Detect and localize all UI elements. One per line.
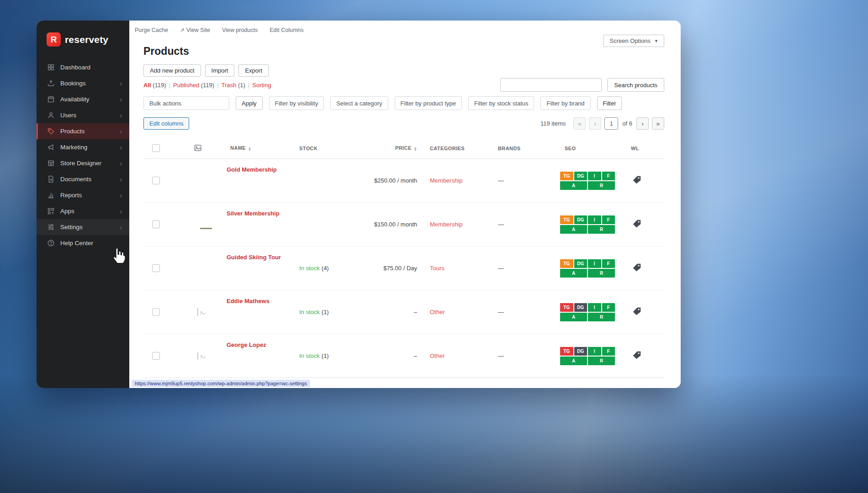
filter-stock-status-select[interactable]: Filter by stock status (468, 96, 534, 110)
chevron-down-icon: ▼ (654, 39, 658, 43)
select-all-checkbox[interactable] (152, 144, 160, 152)
product-name-link[interactable]: Silver Membership (227, 210, 280, 217)
sidebar-item-settings[interactable]: Settings› (37, 219, 129, 235)
name-column-header[interactable]: NAME▲▼ (227, 145, 299, 151)
filter-visibility-select[interactable]: Filter by visibility (269, 96, 324, 110)
chevron-right-icon: › (120, 80, 122, 87)
filter-category-select[interactable]: Select a category (330, 96, 388, 110)
category-cell: Membership (421, 177, 491, 184)
prev-page-button[interactable]: ‹ (589, 117, 601, 130)
view-site-link[interactable]: ↗View Site (180, 27, 210, 33)
edit-columns-topbar-link[interactable]: Edit Columns (270, 27, 303, 33)
sidebar-item-label: Dashboard (60, 64, 90, 71)
sidebar: R reservety Dashboard› Bookings› Availab… (37, 21, 129, 388)
view-sorting-link[interactable]: Sorting (252, 82, 271, 89)
sidebar-item-reports[interactable]: Reports› (37, 187, 129, 203)
wishlist-tag-icon[interactable] (632, 350, 642, 362)
stock-cell: In stock(1) (299, 352, 372, 359)
sidebar-item-products[interactable]: Products› (37, 123, 129, 139)
reservety-logo[interactable]: R reservety (37, 21, 129, 47)
add-new-product-button[interactable]: Add new product (143, 64, 201, 77)
wl-cell (626, 219, 664, 230)
purge-cache-link[interactable]: Purge Cache (135, 27, 168, 33)
next-page-button[interactable]: › (636, 117, 649, 130)
wishlist-tag-icon[interactable] (632, 219, 642, 230)
product-thumbnail[interactable] (197, 308, 198, 316)
filter-brand-select[interactable]: Filter by brand (540, 96, 590, 110)
product-category-link[interactable]: Tours (421, 265, 445, 272)
sidebar-item-users[interactable]: Users› (37, 107, 129, 123)
name-cell: George Lopez (227, 334, 299, 378)
view-all-link[interactable]: All (143, 82, 151, 89)
sidebar-item-dashboard[interactable]: Dashboard› (37, 59, 129, 75)
calendar-icon (47, 95, 55, 103)
image-placeholder-icon (200, 310, 206, 315)
price-column-header[interactable]: PRICE▲▼ (372, 145, 421, 151)
sidebar-item-store-designer[interactable]: Store Designer› (37, 155, 129, 171)
search-products-button[interactable]: Search products (607, 78, 664, 92)
row-checkbox[interactable] (152, 264, 160, 272)
bulk-actions-select[interactable]: Bulk actions (143, 96, 229, 110)
import-button[interactable]: Import (205, 64, 235, 77)
screen-options-button[interactable]: Screen Options ▼ (603, 35, 664, 47)
product-actions: Add new product Import Export (143, 64, 664, 77)
view-trash-link[interactable]: Trash (222, 82, 237, 89)
filter-button[interactable]: Filter (597, 96, 622, 110)
seo-badge: TG (560, 347, 573, 356)
view-published-link[interactable]: Published (173, 82, 199, 89)
filter-product-type-select[interactable]: Filter by product type (395, 96, 462, 110)
product-category-link[interactable]: Other (421, 352, 445, 359)
product-category-link[interactable]: Membership (421, 177, 463, 184)
table-row: George Lopez In stock(1) – Other — TG DG… (143, 334, 664, 378)
table-row: Guided Skiing Tour In stock(4) $75.00 / … (143, 246, 664, 290)
category-cell: Membership (421, 221, 491, 228)
chevron-right-icon: › (120, 160, 122, 167)
admin-topbar: Purge Cache ↗View Site View products Edi… (129, 21, 681, 40)
last-page-button[interactable]: » (652, 117, 664, 130)
product-thumbnail[interactable] (197, 352, 198, 360)
row-checkbox[interactable] (152, 177, 160, 184)
sort-icon: ▲▼ (414, 147, 417, 151)
product-category-link[interactable]: Membership (421, 221, 463, 228)
export-button[interactable]: Export (238, 64, 269, 77)
sidebar-item-documents[interactable]: Documents› (37, 171, 129, 187)
chevron-right-icon: › (120, 208, 122, 215)
sidebar-item-marketing[interactable]: Marketing› (37, 139, 129, 155)
wishlist-tag-icon[interactable] (632, 175, 642, 186)
sidebar-item-label: Marketing (60, 144, 87, 151)
view-all-count: (119) (153, 82, 166, 89)
row-checkbox[interactable] (152, 308, 160, 316)
product-name-link[interactable]: George Lopez (227, 341, 266, 348)
separator: | (214, 82, 221, 89)
seo-badge: I (588, 347, 601, 356)
product-name-link[interactable]: Guided Skiing Tour (227, 254, 281, 261)
product-brand: — (491, 309, 555, 315)
sidebar-item-availability[interactable]: Availability› (37, 91, 129, 107)
seo-badge: R (588, 269, 615, 278)
tag-icon (47, 127, 55, 135)
row-checkbox[interactable] (152, 352, 160, 360)
sidebar-menu: Dashboard› Bookings› Availability› Users… (37, 59, 129, 251)
search-input[interactable] (500, 78, 602, 92)
search-block: Search products (500, 78, 664, 92)
wishlist-tag-icon[interactable] (632, 262, 642, 274)
chart-icon (47, 191, 55, 199)
sidebar-item-help-center[interactable]: Help Center› (37, 235, 129, 251)
sidebar-item-label: Help Center (60, 240, 93, 246)
sidebar-item-apps[interactable]: Apps› (37, 203, 129, 219)
table-header-row: NAME▲▼ STOCK PRICE▲▼ CATEGORIES BRANDS S… (143, 138, 664, 159)
stock-column-header: STOCK (299, 146, 372, 151)
first-page-button[interactable]: « (573, 117, 586, 130)
product-name-link[interactable]: Gold Membership (227, 166, 277, 173)
app-window: R reservety Dashboard› Bookings› Availab… (37, 21, 681, 388)
view-products-link[interactable]: View products (222, 27, 258, 33)
wallpaper-shade (0, 374, 868, 493)
sidebar-item-bookings[interactable]: Bookings› (37, 75, 129, 91)
separator: | (166, 82, 173, 89)
edit-columns-button[interactable]: Edit columns (143, 117, 189, 130)
apply-button[interactable]: Apply (236, 96, 263, 110)
row-checkbox[interactable] (152, 220, 160, 228)
wishlist-tag-icon[interactable] (632, 306, 642, 318)
product-category-link[interactable]: Other (421, 309, 445, 315)
product-name-link[interactable]: Eddie Mathews (227, 298, 270, 304)
